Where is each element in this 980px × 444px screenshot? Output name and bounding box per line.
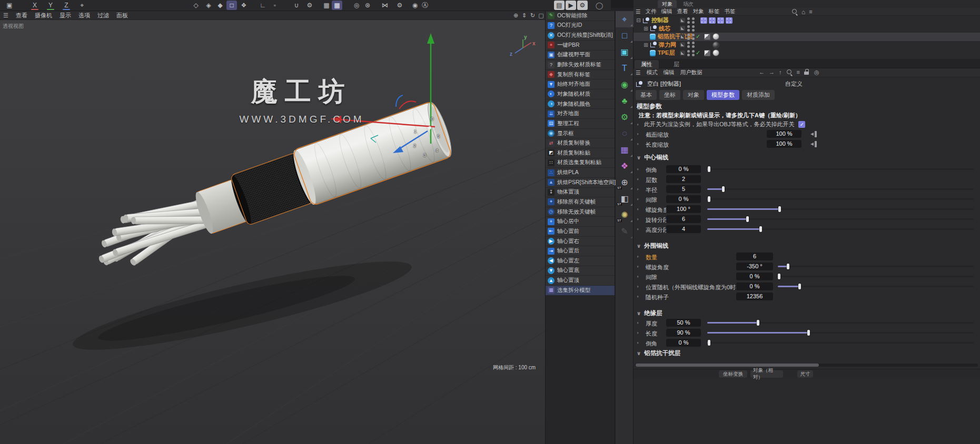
tree-row[interactable]: ⊞ 线芯 <box>633 25 980 33</box>
param-value-field[interactable]: 12356 <box>736 292 773 300</box>
plugin-button[interactable]: + 轴心居中 <box>546 217 615 227</box>
plugin-button[interactable]: ▣ 创建视野平面 <box>546 51 615 60</box>
toolbar-icon[interactable]: □ <box>226 1 237 10</box>
toolbar-icon[interactable]: ▦ <box>321 1 332 10</box>
plugin-button[interactable]: ▶ 轴心置右 <box>546 237 615 247</box>
plugin-button[interactable]: ● 一键PBR <box>546 41 615 51</box>
toolbar-icon[interactable]: ⊛ <box>362 1 373 10</box>
param-slider[interactable] <box>707 322 974 324</box>
toolbar-icon[interactable]: ◎ <box>351 1 362 10</box>
section-header[interactable]: ∨铝箔抗干扰层 <box>637 349 680 357</box>
param-slider[interactable] <box>707 332 974 334</box>
am-search-icon[interactable] <box>786 69 793 75</box>
param-slider[interactable] <box>707 228 974 230</box>
tree-row[interactable]: ⊟ 控制器 <box>633 16 980 25</box>
toolbar-icon[interactable]: ◆ <box>215 1 225 10</box>
edit-pencil-icon[interactable] <box>680 18 685 23</box>
toolbar-icon[interactable]: Z <box>61 1 72 10</box>
toolbar-icon[interactable]: ∪ <box>291 1 302 10</box>
array-clover-icon[interactable]: ♣ <box>616 93 633 109</box>
scene-globe-icon[interactable]: ⊕ ST <box>616 174 633 190</box>
om-menu-item[interactable]: 文件 <box>645 8 656 15</box>
phong-tag-icon[interactable] <box>704 34 710 40</box>
param-slider[interactable] <box>707 208 974 210</box>
material-sphere-icon[interactable] <box>712 42 719 48</box>
viewport-nav-icon[interactable]: ▢ <box>537 12 545 20</box>
plugin-button[interactable]: ∴ 烘焙PLA <box>546 168 615 178</box>
param-value-field[interactable]: 90 % <box>666 329 701 337</box>
param-value-field[interactable]: 100 % <box>767 140 801 148</box>
slider-handle[interactable] <box>746 216 749 222</box>
attribute-tab-button[interactable]: 材质添加 <box>742 90 775 100</box>
sort-icon[interactable]: ≡ <box>797 69 800 76</box>
plugin-button[interactable]: ▼ 轴心置底 <box>546 266 615 276</box>
toolbar-icon[interactable]: ⚙ <box>304 1 315 10</box>
param-slider[interactable] <box>707 168 974 170</box>
coordinate-button[interactable]: 坐标变换 <box>719 370 747 378</box>
simulation-ring-icon[interactable]: ◌ <box>616 125 633 142</box>
slider-handle[interactable] <box>708 196 710 202</box>
plugin-button[interactable]: ▤ 整理工程 <box>546 119 615 129</box>
selection-sphere-icon[interactable]: ◉ <box>616 76 633 93</box>
plugin-button[interactable]: ↧ 物体置顶 <box>546 188 615 198</box>
material-sphere-icon[interactable] <box>712 49 719 56</box>
xpresso-nodes-icon[interactable]: ❖ <box>616 158 633 174</box>
am-menu-item[interactable]: 用户数据 <box>680 69 702 76</box>
plugin-button[interactable]: ◉ 显示框 <box>546 129 615 139</box>
toolbar-icon[interactable]: ▶ <box>566 1 576 10</box>
toolbar-icon[interactable]: ▫ <box>270 1 280 10</box>
toolbar-icon[interactable]: ⌖ <box>77 1 87 10</box>
tree-row[interactable]: ⊞ 弹力网 <box>633 41 980 49</box>
om-menu-item[interactable]: 标签 <box>708 8 719 15</box>
param-value-field[interactable]: 50 % <box>666 319 701 327</box>
param-value-field[interactable]: 100 % <box>767 130 801 138</box>
object-name[interactable]: TPE层 <box>658 49 675 57</box>
section-header[interactable]: ∨外围铜线 <box>637 242 668 250</box>
render-instance-checkbox[interactable]: ✓ <box>798 121 805 128</box>
attribute-tab-button[interactable]: 基本 <box>636 90 657 100</box>
edit-pencil-icon[interactable] <box>680 26 685 31</box>
section-header[interactable]: ∨中心铜线 <box>637 154 668 162</box>
expand-toggle-icon[interactable]: ⊞ <box>643 26 649 32</box>
plugin-button[interactable]: ▼ 始终对齐地面 <box>546 79 615 89</box>
coordinate-button[interactable]: 对象（相对） <box>750 370 783 378</box>
edit-pencil-icon[interactable] <box>680 51 685 56</box>
coordinates-tool-icon[interactable]: ⌖ <box>616 11 633 27</box>
edit-pencil-icon[interactable] <box>680 34 685 39</box>
plugin-button[interactable]: ⇄ 材质复制替换 <box>546 138 615 148</box>
toolbar-icon[interactable]: ▣ <box>4 1 15 10</box>
home-icon[interactable]: ⌂ <box>801 8 805 16</box>
plugin-button[interactable]: ◐ 对象随机材质 <box>546 89 615 99</box>
om-menu-item[interactable]: 书签 <box>724 8 735 15</box>
plugin-button[interactable]: ✦ 移除所有关键帧 <box>546 197 615 207</box>
target-icon[interactable]: ◎ <box>814 69 819 76</box>
viewport-3d[interactable]: ☰ 查看 摄像机 显示 选项 过滤 面板 ⊕⇕↻▢ 透视视图 魔工坊 WWW.3… <box>0 11 545 444</box>
viewport-nav-icon[interactable]: ⇕ <box>520 12 528 20</box>
object-name[interactable]: 控制器 <box>651 16 669 24</box>
plugin-button[interactable]: ? OC灯光ID <box>546 21 615 31</box>
expand-toggle-icon[interactable]: ⊞ <box>643 42 649 48</box>
am-hamburger-icon[interactable]: ☰ <box>636 69 640 76</box>
plugin-button[interactable]: ◆ 复制所有标签 <box>546 70 615 80</box>
plugin-button[interactable]: ✎ OC智能排除 <box>546 11 615 21</box>
slider-handle[interactable] <box>807 330 810 336</box>
material-sphere-icon[interactable] <box>712 33 719 40</box>
spline-tool-icon[interactable]: □ <box>616 27 633 44</box>
om-tab[interactable]: 场次 <box>679 0 698 8</box>
slider-handle[interactable] <box>708 340 710 346</box>
param-slider[interactable] <box>707 198 974 200</box>
expand-toggle-icon[interactable] <box>643 34 649 39</box>
param-slider[interactable] <box>707 218 974 220</box>
param-value-field[interactable]: 4 <box>666 225 701 233</box>
generator-gear-icon[interactable]: ⚙ <box>616 109 633 125</box>
am-tab[interactable]: 属性 <box>635 60 659 68</box>
param-value-field[interactable]: 6 <box>736 253 773 260</box>
am-menu-item[interactable]: 编辑 <box>663 69 674 76</box>
plugin-button[interactable]: ◀ 轴心置左 <box>546 256 615 266</box>
expand-toggle-icon[interactable] <box>643 50 649 56</box>
visibility-dots[interactable] <box>687 50 695 56</box>
filter-icon[interactable]: ≡ <box>809 8 812 16</box>
dial-knob[interactable] <box>810 131 817 137</box>
camera-st-icon[interactable]: ◧ ST <box>616 190 633 207</box>
toolbar-icon[interactable]: ⋈ <box>380 1 390 10</box>
